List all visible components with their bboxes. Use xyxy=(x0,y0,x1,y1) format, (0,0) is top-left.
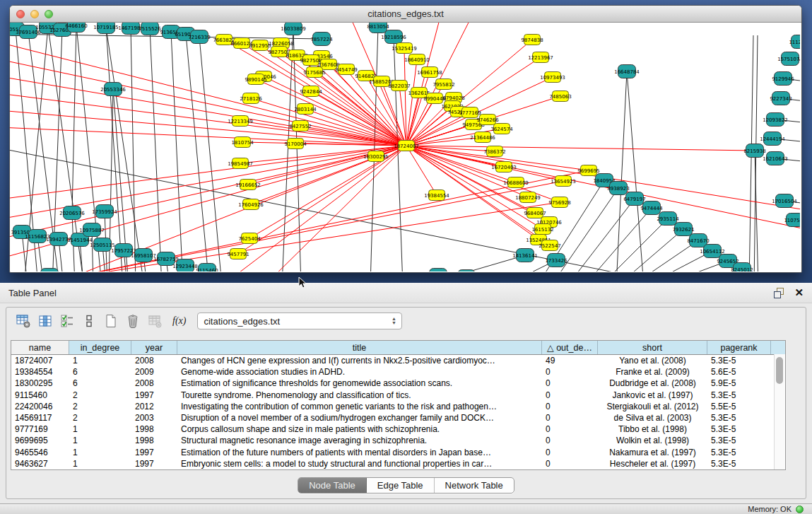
close-panel-icon[interactable]: ✕ xyxy=(794,288,804,298)
graph-node[interactable] xyxy=(41,269,59,272)
graph-node-label: 2935114 xyxy=(657,216,679,222)
table-cell: Tibbo et al. (1998) xyxy=(598,424,707,434)
graph-node-label: 18807249 xyxy=(515,195,541,201)
graph-node-label: 16958107 xyxy=(131,253,156,259)
graph-edge xyxy=(406,146,437,195)
table-panel: Table Panel ✕ xyxy=(0,283,812,503)
graph-edge xyxy=(584,208,652,271)
table-row[interactable]: 969969511998Structural magnetic resonanc… xyxy=(11,435,785,446)
network-window[interactable]: citations_edges.txt 14055724376914061055… xyxy=(9,5,802,273)
graph-node-label: 7857224 xyxy=(310,37,333,42)
table-row[interactable]: 1938455462009Genome-wide association stu… xyxy=(11,366,785,378)
graph-node-label: 7955812 xyxy=(433,82,454,88)
graph-node-label: 9170004 xyxy=(284,141,307,147)
table-cell: 6 xyxy=(69,367,131,377)
attribute-table[interactable]: namein_degreeyeartitle△ out_de…shortpage… xyxy=(11,340,786,470)
import-table-icon[interactable] xyxy=(146,313,163,329)
show-columns-icon[interactable] xyxy=(37,313,54,329)
graph-node-label: 16961758 xyxy=(417,70,442,76)
table-cell: 1998 xyxy=(131,436,177,445)
table-cell: Franke et al. (2009) xyxy=(598,367,707,377)
delete-table-icon[interactable] xyxy=(124,313,141,329)
table-cell: 1 xyxy=(69,436,131,445)
graph-node-label: 15325419 xyxy=(392,46,417,52)
table-cell: 2 xyxy=(69,413,131,423)
network-view[interactable]: 1405572437691406105532571527602164661601… xyxy=(10,23,800,271)
graph-node-label: 8813054 xyxy=(367,24,389,30)
table-row[interactable]: 946554611997Estimation of the future num… xyxy=(11,447,785,458)
graph-node-label: 16033809 xyxy=(281,26,306,32)
float-panel-icon[interactable] xyxy=(774,288,784,298)
column-header-pagerank[interactable]: pagerank xyxy=(707,341,771,354)
graph-node-label: 9457791 xyxy=(227,252,249,257)
table-select-dropdown[interactable]: citations_edges.txt ▲▼ xyxy=(197,313,402,329)
select-columns-icon[interactable] xyxy=(59,313,76,329)
graph-edge xyxy=(199,37,222,271)
graph-node-label: 9874838 xyxy=(521,37,543,43)
graph-node-label: 17359924 xyxy=(92,209,117,215)
graph-node[interactable] xyxy=(458,270,476,272)
table-body: 1872400712008Changes of HCN gene express… xyxy=(11,355,785,469)
graph-edge xyxy=(150,28,162,271)
tab-network-table[interactable]: Network Table xyxy=(435,478,514,493)
table-row[interactable]: 2242004622012Investigating the contribut… xyxy=(11,401,785,412)
table-toolbar: f(x) citations_edges.txt ▲▼ xyxy=(6,308,806,334)
function-builder-icon[interactable]: f(x) xyxy=(172,315,186,327)
graph-node-label: 3624574 xyxy=(490,127,513,132)
network-window-titlebar[interactable]: citations_edges.txt xyxy=(10,6,801,23)
table-cell: 6 xyxy=(69,378,131,388)
graph-node-label: 8938923 xyxy=(607,186,629,192)
graph-node-label: 8245012 xyxy=(731,267,753,272)
column-header-name[interactable]: name xyxy=(11,341,69,354)
table-cell: 0 xyxy=(542,402,598,411)
table-cell: Nakamura et al. (1997) xyxy=(598,448,707,457)
app-desktop: citations_edges.txt 14055724376914061055… xyxy=(0,0,812,283)
table-row[interactable]: 1872400712008Changes of HCN gene express… xyxy=(11,355,785,366)
graph-node-label: 2718126 xyxy=(240,96,262,102)
table-cell: Hescheler et al. (1997) xyxy=(598,459,707,469)
table-row[interactable]: 1830029562008Estimation of significance … xyxy=(11,378,785,389)
graph-edge xyxy=(186,34,209,271)
graph-node-label: 8822037 xyxy=(388,83,410,89)
column-header-year[interactable]: year xyxy=(131,341,177,354)
table-row[interactable]: 911546021997Tourette syndrome. Phenomeno… xyxy=(11,390,785,401)
network-graph[interactable]: 1405572437691406105532571527602164661601… xyxy=(10,23,800,271)
table-cell: Investigating the contribution of common… xyxy=(177,402,542,411)
memory-status-label: Memory: OK xyxy=(748,505,792,513)
graph-edge xyxy=(106,27,123,271)
graph-node[interactable] xyxy=(430,269,447,272)
graph-node-label: 16648784 xyxy=(614,69,640,75)
table-cell: 2 xyxy=(69,390,131,400)
table-cell: 1997 xyxy=(131,448,177,457)
column-header-title[interactable]: title xyxy=(177,341,542,354)
mouse-cursor xyxy=(298,276,307,289)
column-header-out_de[interactable]: △ out_de… xyxy=(542,341,598,354)
table-type-tabbar: Node TableEdge TableNetwork Table xyxy=(6,477,806,493)
graph-node-label: 9777169 xyxy=(459,110,481,116)
scrollbar-thumb[interactable] xyxy=(776,357,783,384)
column-header-short[interactable]: short xyxy=(598,341,707,354)
row-height-icon[interactable] xyxy=(81,313,98,329)
graph-node-label: 16210643 xyxy=(763,156,788,162)
tab-edge-table[interactable]: Edge Table xyxy=(367,478,435,493)
new-table-icon[interactable] xyxy=(102,313,119,329)
graph-node-label: 20553346 xyxy=(100,87,126,93)
table-cell: 5.9E-5 xyxy=(707,378,771,388)
graph-node-label: 9175685 xyxy=(303,70,325,76)
graph-node-label: 16720403 xyxy=(491,165,517,170)
table-row[interactable]: 946362711997Embryonic stem cells: a mode… xyxy=(11,458,785,469)
graph-node-label: 19218596 xyxy=(381,35,406,40)
table-cell: 5.3E-5 xyxy=(707,424,771,434)
tab-node-table[interactable]: Node Table xyxy=(298,478,367,493)
table-cell: Wolkin et al. (1998) xyxy=(598,436,707,445)
table-settings-icon[interactable] xyxy=(15,313,32,329)
column-header-in_degree[interactable]: in_degree xyxy=(69,341,131,354)
graph-node-label: 1810754 xyxy=(231,140,254,146)
table-row[interactable]: 1456911722003Disruption of a novel membe… xyxy=(11,412,785,424)
table-vertical-scrollbar[interactable] xyxy=(774,354,785,469)
table-row[interactable]: 977716911998Corpus callosum shape and si… xyxy=(11,424,785,435)
table-cell: 22420046 xyxy=(11,402,69,411)
table-cell: 5.3E-5 xyxy=(707,459,771,469)
graph-node-label: 10654112 xyxy=(700,249,725,255)
table-cell: 2 xyxy=(69,402,131,411)
